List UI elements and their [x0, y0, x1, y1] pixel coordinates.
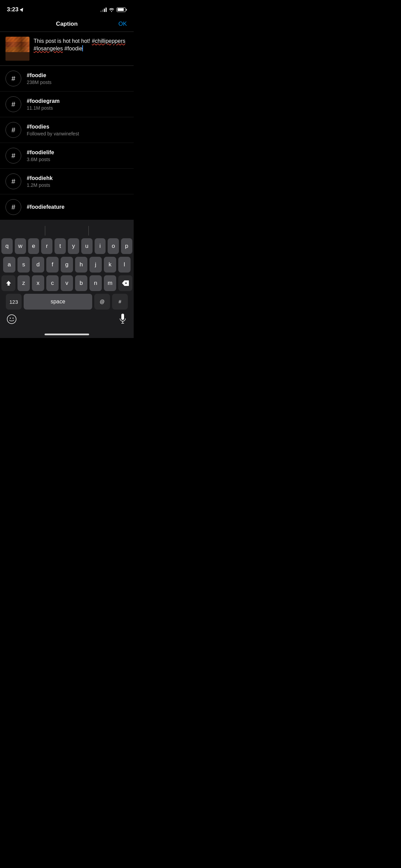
hashtag-meta: 238M posts	[27, 80, 51, 85]
key-w[interactable]: w	[15, 238, 26, 254]
at-key[interactable]: @	[94, 294, 110, 310]
key-n[interactable]: n	[89, 275, 102, 291]
keyboard-toolbar	[0, 311, 134, 331]
hashtag-name: #foodielife	[27, 149, 54, 156]
key-g[interactable]: g	[61, 257, 73, 273]
predictive-bar	[0, 223, 134, 238]
hashtag-name: #foodiegram	[27, 98, 60, 104]
hashtag-losangeles: #losangeles	[34, 46, 63, 51]
keyboard-rows: q w e r t y u i o p a s d f g h j k l	[0, 238, 134, 311]
hashtag-meta: 1.2M posts	[27, 182, 53, 188]
home-bar	[45, 334, 89, 335]
ok-button[interactable]: OK	[118, 21, 127, 27]
hashtag-meta: 3.6M posts	[27, 157, 54, 162]
hashtag-info: #foodielife 3.6M posts	[27, 149, 54, 162]
hashtag-info: #foodie 238M posts	[27, 72, 51, 85]
hashtag-info: #foodiehk 1.2M posts	[27, 175, 53, 188]
svg-point-0	[7, 315, 16, 324]
hashtag-info: #foodiegram 11.1M posts	[27, 98, 60, 111]
key-h[interactable]: h	[75, 257, 87, 273]
key-d[interactable]: d	[32, 257, 44, 273]
hashtag-name: #foodie	[27, 72, 51, 79]
keyboard-row-2: a s d f g h j k l	[1, 257, 132, 273]
emoji-button[interactable]	[7, 314, 16, 326]
status-time: 3:23	[7, 6, 24, 13]
hashtag-name: #foodiefeature	[27, 204, 64, 210]
key-o[interactable]: o	[108, 238, 119, 254]
svg-rect-3	[121, 314, 124, 320]
key-j[interactable]: j	[89, 257, 102, 273]
hashtag-icon: #	[5, 122, 21, 138]
status-icons	[100, 7, 127, 12]
space-key[interactable]: space	[24, 294, 92, 310]
divider	[88, 226, 89, 236]
key-u[interactable]: u	[81, 238, 93, 254]
hashtag-chillipeppers: #chillipeppers	[92, 38, 125, 44]
list-item[interactable]: # #foodie 238M posts	[0, 66, 134, 92]
location-icon	[20, 8, 24, 12]
hash-key[interactable]: #	[112, 294, 128, 310]
hashtag-icon: #	[5, 71, 21, 86]
post-thumbnail	[5, 37, 29, 61]
hashtag-info: #foodies Followed by vanwinefest	[27, 124, 79, 136]
key-v[interactable]: v	[61, 275, 73, 291]
hashtag-name: #foodies	[27, 124, 79, 130]
key-a[interactable]: a	[3, 257, 15, 273]
key-c[interactable]: c	[46, 275, 59, 291]
svg-point-1	[10, 318, 11, 319]
key-f[interactable]: f	[46, 257, 59, 273]
svg-point-2	[13, 318, 14, 319]
key-q[interactable]: q	[1, 238, 13, 254]
key-r[interactable]: r	[41, 238, 52, 254]
list-item[interactable]: # #foodies Followed by vanwinefest	[0, 117, 134, 143]
keyboard-row-3: z x c v b n m	[1, 275, 132, 291]
status-bar: 3:23	[0, 0, 134, 17]
hashtag-info: #foodiefeature	[27, 204, 64, 210]
home-indicator	[0, 331, 134, 338]
hashtag-suggestions: # #foodie 238M posts # #foodiegram 11.1M…	[0, 66, 134, 220]
hashtag-icon: #	[5, 148, 21, 164]
hashtag-meta: 11.1M posts	[27, 105, 60, 111]
key-t[interactable]: t	[54, 238, 66, 254]
key-s[interactable]: s	[17, 257, 30, 273]
list-item[interactable]: # #foodielife 3.6M posts	[0, 143, 134, 169]
hashtag-name: #foodiehk	[27, 175, 53, 181]
key-i[interactable]: i	[95, 238, 106, 254]
battery-icon	[117, 8, 127, 12]
caption-input[interactable]: This post is hot hot hot! #chillipeppers…	[34, 37, 128, 53]
list-item[interactable]: # #foodiefeature	[0, 194, 134, 220]
keyboard-row-1: q w e r t y u i o p	[1, 238, 132, 254]
wifi-icon	[109, 8, 114, 12]
key-x[interactable]: x	[32, 275, 44, 291]
key-m[interactable]: m	[104, 275, 116, 291]
divider	[45, 226, 45, 236]
key-e[interactable]: e	[28, 238, 39, 254]
text-cursor	[82, 45, 83, 51]
nav-header: Caption OK	[0, 17, 134, 32]
hashtag-meta: Followed by vanwinefest	[27, 131, 79, 136]
backspace-key[interactable]	[118, 275, 132, 291]
hashtag-icon: #	[5, 199, 21, 215]
caption-text-before: This post is hot hot hot!	[34, 38, 92, 44]
keyboard: q w e r t y u i o p a s d f g h j k l	[0, 220, 134, 338]
list-item[interactable]: # #foodiehk 1.2M posts	[0, 169, 134, 194]
caption-text-after: #foodie	[63, 46, 82, 51]
key-l[interactable]: l	[118, 257, 131, 273]
hashtag-icon: #	[5, 173, 21, 189]
key-k[interactable]: k	[104, 257, 116, 273]
keyboard-row-4: 123 space @ #	[1, 294, 132, 310]
list-item[interactable]: # #foodiegram 11.1M posts	[0, 92, 134, 117]
key-b[interactable]: b	[75, 275, 87, 291]
caption-area: This post is hot hot hot! #chillipeppers…	[0, 32, 134, 66]
key-z[interactable]: z	[17, 275, 30, 291]
hashtag-icon: #	[5, 96, 21, 112]
mic-button[interactable]	[119, 314, 127, 327]
signal-icon	[100, 7, 107, 12]
key-y[interactable]: y	[68, 238, 79, 254]
numbers-key[interactable]: 123	[6, 294, 22, 310]
shift-key[interactable]	[1, 275, 15, 291]
page-title: Caption	[56, 21, 77, 27]
key-p[interactable]: p	[121, 238, 132, 254]
